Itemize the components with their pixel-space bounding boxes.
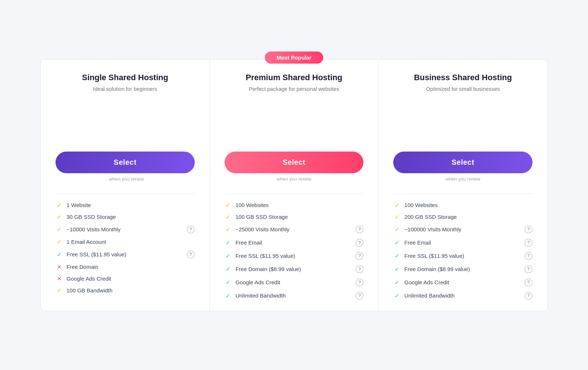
feature-item: ✕ Free Domain (55, 264, 195, 270)
feature-item: ✓ 1 Website (55, 202, 195, 209)
renew-text-premium: when you renew (225, 176, 364, 182)
help-icon[interactable]: ? (524, 225, 533, 234)
feature-item: ✓ Free SSL ($11.95 value) ? (393, 252, 533, 260)
price-area-business (393, 103, 533, 147)
feature-list-single: ✓ 1 Website ✓ 30 GB SSD Storage ✓ ~10000… (55, 202, 195, 294)
check-orange-icon: ✓ (225, 202, 232, 209)
feature-label: Unlimited Bandwidth (404, 292, 521, 299)
feature-label: Google Ads Credit (404, 279, 521, 285)
check-green-icon: ✓ (393, 239, 401, 246)
feature-item: ✓ 100 Websites (393, 202, 533, 209)
cross-icon: ✕ (55, 264, 63, 270)
feature-label: 1 Email Account (67, 239, 195, 245)
feature-item: ✓ ~100000 Visits Monthly ? (393, 225, 533, 234)
feature-label: 100 GB Bandwidth (67, 287, 195, 293)
select-button-business[interactable]: Select (393, 152, 533, 173)
renew-text-business: when you renew (393, 176, 533, 182)
plan-card-premium: Most Popular Premium Shared Hosting Perf… (209, 59, 379, 311)
select-button-single[interactable]: Select (55, 152, 195, 173)
renew-text-single: · when you renew (55, 176, 195, 182)
divider-premium (225, 193, 364, 194)
feature-item: ✓ Free Email ? (225, 239, 364, 247)
feature-label: 1 Website (67, 202, 195, 208)
feature-item: ✓ Google Ads Credit ? (225, 278, 364, 287)
feature-label: Free Email (404, 239, 521, 246)
help-icon[interactable]: ? (524, 292, 533, 300)
feature-label: Free Domain ($8.99 value) (404, 266, 521, 272)
feature-item: ✓ 200 GB SSD Storage (393, 214, 533, 220)
feature-item: ✓ 30 GB SSD Storage (55, 214, 195, 220)
feature-label: Google Ads Credit (236, 279, 352, 285)
feature-label: ~25000 Visits Monthly (236, 226, 352, 232)
check-green-icon: ✓ (225, 292, 232, 299)
feature-item: ✓ 100 Websites (225, 202, 364, 209)
feature-item: ✓ Free Domain ($8.99 value) ? (393, 265, 533, 273)
check-green-icon: ✓ (55, 251, 63, 258)
pricing-container: Single Shared Hosting Ideal solution for… (40, 59, 548, 311)
check-orange-icon: ✓ (55, 214, 63, 220)
help-icon[interactable]: ? (355, 239, 363, 247)
feature-item: ✓ ~10000 Visits Monthly ? (55, 225, 195, 234)
feature-item: ✓ Free Domain ($8.99 value) ? (225, 265, 364, 273)
feature-label: Free SSL ($11.95 value) (67, 251, 183, 257)
help-icon[interactable]: ? (524, 265, 533, 273)
feature-label: Free SSL ($11.95 value) (236, 253, 352, 259)
feature-item: ✓ 100 GB Bandwidth (55, 287, 195, 294)
check-green-icon: ✓ (225, 253, 232, 259)
check-green-icon: ✓ (393, 266, 401, 273)
feature-item: ✓ 100 GB SSD Storage (225, 214, 364, 220)
help-icon[interactable]: ? (355, 292, 363, 300)
check-green-icon: ✓ (225, 239, 232, 246)
feature-item: ✓ Free Email ? (393, 239, 533, 247)
check-green-icon: ✓ (225, 266, 232, 273)
help-icon[interactable]: ? (187, 250, 195, 259)
divider-business (393, 193, 533, 194)
check-orange-icon: ✓ (55, 226, 63, 233)
check-green-icon: ✓ (393, 292, 401, 299)
feature-item: ✓ Google Ads Credit ? (393, 278, 533, 287)
feature-item: ✓ Unlimited Bandwidth ? (225, 292, 364, 300)
check-green-icon: ✓ (393, 253, 401, 259)
check-green-icon: ✓ (225, 279, 232, 286)
help-icon[interactable]: ? (524, 239, 533, 247)
feature-item: ✓ ~25000 Visits Monthly ? (225, 225, 364, 234)
feature-label: 30 GB SSD Storage (67, 214, 195, 220)
price-area-premium (225, 103, 364, 147)
feature-label: 200 GB SSD Storage (404, 214, 533, 220)
feature-label: Unlimited Bandwidth (236, 292, 352, 299)
help-icon[interactable]: ? (524, 278, 533, 287)
feature-label: Free Domain (67, 264, 195, 270)
feature-label: 100 Websites (404, 202, 533, 208)
check-orange-icon: ✓ (225, 214, 232, 220)
feature-label: ~100000 Visits Monthly (404, 226, 521, 232)
feature-label: Free SSL ($11.95 value) (404, 253, 521, 259)
help-icon[interactable]: ? (355, 265, 363, 273)
feature-list-business: ✓ 100 Websites ✓ 200 GB SSD Storage ✓ ~1… (393, 202, 533, 300)
feature-label: 100 GB SSD Storage (236, 214, 364, 220)
check-orange-icon: ✓ (393, 226, 401, 233)
check-orange-icon: ✓ (225, 226, 232, 233)
most-popular-badge: Most Popular (265, 51, 323, 64)
check-orange-icon: ✓ (393, 202, 401, 209)
check-orange-icon: ✓ (55, 239, 63, 245)
help-icon[interactable]: ? (355, 252, 363, 260)
check-orange-icon: ✓ (55, 287, 63, 294)
select-button-premium[interactable]: Select (225, 152, 364, 173)
feature-item: ✓ Unlimited Bandwidth ? (393, 292, 533, 300)
help-icon[interactable]: ? (524, 252, 533, 260)
help-icon[interactable]: ? (355, 225, 363, 234)
help-icon[interactable]: ? (187, 225, 195, 234)
plan-subtitle-premium: Perfect package for personal websites (225, 86, 364, 92)
plan-subtitle-business: Optimized for small businesses (393, 86, 533, 92)
plan-card-single: Single Shared Hosting Ideal solution for… (40, 59, 209, 311)
plan-title-business: Business Shared Hosting (393, 73, 533, 82)
divider-single (55, 193, 195, 194)
help-icon[interactable]: ? (355, 278, 363, 287)
check-green-icon: ✓ (393, 279, 401, 286)
check-orange-icon: ✓ (393, 214, 401, 220)
plan-title-premium: Premium Shared Hosting (225, 73, 364, 82)
plan-title-single: Single Shared Hosting (55, 73, 195, 82)
check-orange-icon: ✓ (55, 202, 63, 209)
feature-item: ✕ Google Ads Credit (55, 275, 195, 282)
feature-item: ✓ Free SSL ($11.95 value) ? (225, 252, 364, 260)
